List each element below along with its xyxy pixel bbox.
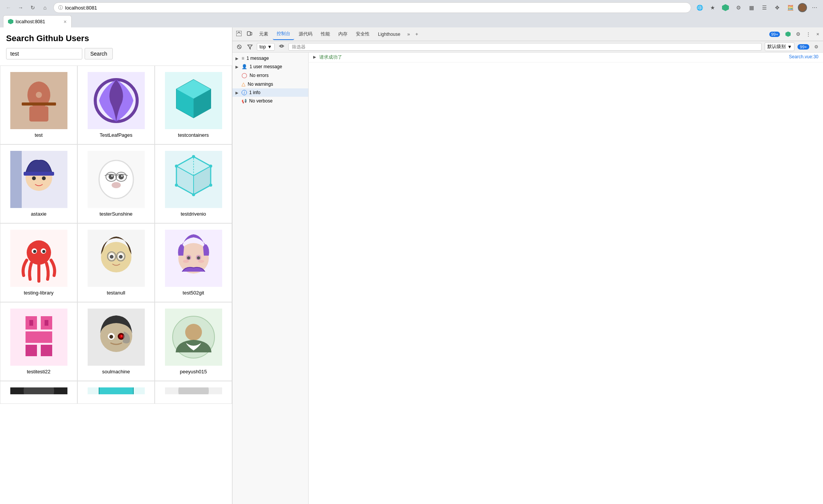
user-card-astaxie[interactable]: astaxie: [0, 144, 77, 223]
vue-devtools-button[interactable]: [720, 2, 731, 13]
context-dropdown-icon: ▼: [267, 44, 272, 50]
tree-item-verbose[interactable]: ▶ 📢 No verbose: [232, 97, 308, 105]
svg-point-33: [192, 155, 195, 158]
url-input[interactable]: [65, 5, 686, 11]
search-form: Search: [6, 48, 226, 59]
tab-source[interactable]: 源代码: [295, 29, 316, 40]
devtools-options-icon[interactable]: ⋮: [804, 30, 813, 38]
user-card-testdrivenio[interactable]: testdrivenio: [155, 144, 232, 223]
svg-point-22: [111, 175, 113, 177]
tree-item-user-messages[interactable]: ▶ 👤 1 user message: [232, 62, 308, 71]
devtools-panel: 元素 控制台 源代码 性能 内存 安全性 Lighthouse » + 99+ …: [232, 27, 823, 504]
avatar-testcontainers-image: [165, 72, 222, 129]
add-tab-button[interactable]: +: [413, 30, 421, 38]
home-button[interactable]: ⌂: [40, 2, 50, 13]
user-card-bottom2[interactable]: [77, 381, 155, 404]
svg-rect-68: [29, 320, 33, 326]
profile-avatar[interactable]: [798, 3, 807, 12]
active-tab[interactable]: localhost:8081 ×: [3, 15, 72, 27]
svg-rect-69: [45, 320, 48, 326]
svg-point-40: [27, 240, 51, 265]
clear-console-button[interactable]: [235, 43, 243, 51]
browser-chrome: ← → ↻ ⌂ ⓘ 🌐 ★ ⚙ ▦ ☰ ✥ 🧮 ⋯ loc: [0, 0, 823, 27]
settings-button[interactable]: ⚙: [733, 2, 744, 13]
collections-button[interactable]: ✥: [772, 2, 783, 13]
user-card-testanull[interactable]: testanull: [77, 223, 155, 302]
tree-item-messages[interactable]: ▶ ≡ 1 message: [232, 54, 308, 62]
user-card-peeyush015[interactable]: peeyush015: [155, 302, 232, 381]
tab-grid-button[interactable]: ▦: [746, 2, 757, 13]
user-icon: 👤: [242, 64, 247, 69]
tree-item-warnings[interactable]: ▶ △ No warnings: [232, 80, 308, 88]
user-card-soulmachine[interactable]: soulmachine: [77, 302, 155, 381]
svg-point-46: [101, 242, 131, 272]
console-settings-button[interactable]: ⚙: [812, 43, 820, 51]
user-card-bottom1[interactable]: [0, 381, 77, 404]
user-card-testing-library[interactable]: testing-library: [0, 223, 77, 302]
user-card-testcontainers[interactable]: testcontainers: [155, 66, 232, 144]
verbose-icon: 📢: [242, 99, 247, 104]
favorite-button[interactable]: ★: [707, 2, 718, 13]
console-message-count: 99+: [797, 44, 809, 50]
inspect-icon[interactable]: [234, 29, 244, 39]
user-name-peeyush015: peeyush015: [180, 369, 207, 374]
tree-item-errors[interactable]: ▶ ◯ No errors: [232, 71, 308, 80]
tree-item-info[interactable]: ▶ i 1 info: [232, 88, 308, 97]
tab-security[interactable]: 安全性: [352, 29, 373, 40]
sidebar-button[interactable]: ☰: [759, 2, 770, 13]
log-expand-arrow[interactable]: ▶: [313, 55, 316, 59]
eye-button[interactable]: [278, 43, 285, 51]
devtools-close-icon[interactable]: ×: [814, 30, 821, 38]
tab-elements[interactable]: 元素: [255, 29, 272, 40]
refresh-button[interactable]: ↻: [27, 2, 38, 13]
extensions-button[interactable]: 🧮: [785, 2, 796, 13]
more-tabs-button[interactable]: »: [405, 30, 412, 38]
user-name-testersunshine: testerSunshine: [99, 211, 133, 217]
search-input[interactable]: [6, 48, 82, 59]
tab-performance[interactable]: 性能: [317, 29, 334, 40]
avatar-test-image: [10, 72, 67, 129]
address-bar[interactable]: ⓘ: [53, 2, 691, 13]
user-card-testleafpages[interactable]: TestLeafPages: [77, 66, 155, 144]
user-card-bottom3[interactable]: [155, 381, 232, 404]
user-card-test502git[interactable]: test502git: [155, 223, 232, 302]
user-avatar-bottom2: [88, 387, 145, 394]
tab-console[interactable]: 控制台: [273, 28, 294, 40]
filter-input[interactable]: [288, 43, 762, 51]
device-toolbar-icon[interactable]: [245, 29, 255, 39]
log-source[interactable]: Search.vue:30: [789, 54, 818, 59]
search-button[interactable]: Search: [85, 48, 113, 59]
vue-icon[interactable]: [783, 30, 793, 38]
tab-close-button[interactable]: ×: [64, 19, 67, 25]
tree-label-warnings: No warnings: [248, 82, 305, 87]
browser-titlebar: ← → ↻ ⌂ ⓘ 🌐 ★ ⚙ ▦ ☰ ✥ 🧮 ⋯: [0, 0, 823, 15]
devtools-settings-icon[interactable]: ⚙: [794, 30, 803, 38]
svg-rect-2: [29, 106, 48, 122]
svg-marker-91: [248, 45, 252, 49]
user-card-testersunshine[interactable]: testerSunshine: [77, 144, 155, 223]
svg-point-50: [119, 255, 123, 259]
level-selector[interactable]: 默认级别 ▼: [765, 42, 794, 51]
messages-icon[interactable]: 99+: [767, 30, 783, 38]
svg-point-34: [209, 165, 212, 168]
user-card-test[interactable]: test: [0, 66, 77, 144]
avatar-testanull-image: [88, 230, 145, 287]
svg-point-35: [209, 184, 212, 187]
svg-point-61: [198, 260, 204, 263]
translate-button[interactable]: 🌐: [694, 2, 705, 13]
tab-memory[interactable]: 内存: [335, 29, 351, 40]
tree-label-user: 1 user message: [250, 64, 305, 69]
forward-button[interactable]: →: [15, 2, 26, 13]
level-dropdown-icon: ▼: [787, 44, 792, 50]
user-name-testitesti22: testitesti22: [27, 369, 50, 374]
more-button[interactable]: ⋯: [809, 2, 820, 13]
svg-point-43: [33, 250, 36, 253]
svg-point-79: [185, 324, 202, 341]
tab-lighthouse[interactable]: Lighthouse: [374, 29, 404, 39]
back-button[interactable]: ←: [3, 2, 14, 13]
browser-actions: 🌐 ★ ⚙ ▦ ☰ ✥ 🧮 ⋯: [694, 2, 820, 13]
filter-button[interactable]: [246, 43, 254, 51]
context-selector[interactable]: top ▼: [257, 43, 275, 51]
user-card-testitesti22[interactable]: testitesti22: [0, 302, 77, 381]
svg-point-37: [175, 184, 178, 187]
